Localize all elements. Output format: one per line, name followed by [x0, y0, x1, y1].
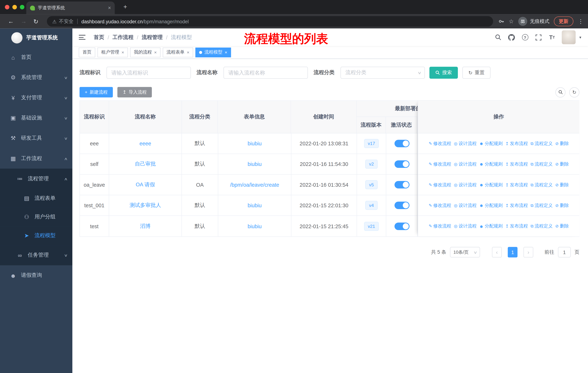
sidebar-item-process-form[interactable]: ▤ 流程表单 [0, 189, 72, 208]
action-delete-model[interactable]: ⊘删除 [555, 181, 569, 188]
breadcrumb-home[interactable]: 首页 [94, 34, 104, 40]
reset-button[interactable]: ↻ 重置 [462, 67, 491, 79]
model-name-link[interactable]: 测试多审批人 [130, 202, 161, 209]
new-tab-button[interactable]: + [121, 3, 130, 12]
tag-home[interactable]: 首页 [79, 47, 95, 57]
create-process-button[interactable]: + 新建流程 [79, 87, 113, 97]
tag-close-icon[interactable]: × [187, 50, 189, 55]
import-process-button[interactable]: ↥ 导入流程 [117, 87, 152, 97]
font-size-icon[interactable]: TT [548, 33, 556, 41]
action-process-definition[interactable]: ⧉流程定义 [531, 181, 553, 188]
action-deploy-model[interactable]: ↥发布流程 [505, 140, 528, 147]
sidebar-item-system[interactable]: ⚙ 系统管理 ∨ [0, 67, 72, 88]
toggle-search-button[interactable] [555, 87, 566, 97]
sidebar-item-task-management[interactable]: ∞ 任务管理 ∨ [0, 245, 72, 265]
help-icon[interactable]: ? [521, 33, 529, 41]
action-edit-model[interactable]: ✎修改流程 [429, 202, 451, 209]
page-size-select[interactable]: 10条/页 ∨ [450, 247, 480, 258]
action-design-model[interactable]: ◎设计流程 [454, 223, 477, 229]
refresh-table-button[interactable]: ↻ [569, 87, 579, 97]
tag-process-model[interactable]: 流程模型 × [195, 47, 231, 57]
goto-page-input[interactable] [558, 247, 571, 258]
search-icon[interactable] [494, 33, 502, 41]
sidebar-item-home[interactable]: ⌂ 首页 [0, 47, 72, 67]
prev-page-button[interactable]: ‹ [492, 247, 502, 258]
model-name-link[interactable]: OA 请假 [136, 181, 155, 188]
process-category-select[interactable]: 流程分类 ∨ [340, 67, 425, 79]
action-process-definition[interactable]: ⧉流程定义 [531, 202, 553, 209]
action-edit-model[interactable]: ✎修改流程 [429, 161, 451, 167]
process-key-input[interactable] [106, 67, 191, 79]
action-process-definition[interactable]: ⧉流程定义 [531, 161, 553, 167]
tag-my-process[interactable]: 我的流程 × [130, 47, 161, 57]
browser-tab[interactable]: 芋道管理系统 × [26, 1, 115, 14]
action-design-model[interactable]: ◎设计流程 [454, 181, 477, 188]
form-link[interactable]: biubiu [248, 141, 262, 147]
action-deploy-model[interactable]: ↥发布流程 [505, 161, 528, 167]
action-delete-model[interactable]: ⊘删除 [555, 202, 569, 209]
action-assign-rule[interactable]: ☻分配规则 [479, 223, 503, 229]
sidebar-item-workflow[interactable]: ▦ 工作流程 ∧ [0, 148, 72, 169]
action-delete-model[interactable]: ⊘删除 [555, 161, 569, 167]
action-edit-model[interactable]: ✎修改流程 [429, 223, 451, 229]
model-name-link[interactable]: eeee [139, 141, 151, 147]
form-link[interactable]: biubiu [248, 161, 262, 167]
action-delete-model[interactable]: ⊘删除 [555, 140, 569, 147]
password-key-icon[interactable] [498, 18, 504, 24]
action-assign-rule[interactable]: ☻分配规则 [479, 161, 503, 167]
action-design-model[interactable]: ◎设计流程 [454, 202, 477, 209]
window-close-button[interactable] [5, 5, 10, 10]
sidebar-item-user-group[interactable]: ⚇ 用户分组 [0, 208, 72, 226]
window-minimize-button[interactable] [12, 5, 17, 10]
action-deploy-model[interactable]: ↥发布流程 [505, 181, 528, 188]
hamburger-icon[interactable] [79, 35, 85, 40]
action-process-definition[interactable]: ⧉流程定义 [531, 223, 553, 229]
action-design-model[interactable]: ◎设计流程 [454, 161, 477, 167]
tag-close-icon[interactable]: × [225, 50, 227, 55]
active-toggle[interactable] [394, 161, 409, 168]
search-button[interactable]: 搜索 [430, 67, 458, 79]
active-toggle[interactable] [394, 140, 409, 147]
breadcrumb-workflow[interactable]: 工作流程 [113, 34, 133, 40]
model-name-link[interactable]: 自己审批 [135, 161, 156, 168]
app-logo[interactable]: 芋道管理系统 [0, 28, 72, 47]
action-delete-model[interactable]: ⊘删除 [555, 223, 569, 229]
tag-tenant[interactable]: 租户管理 × [97, 47, 128, 57]
form-link[interactable]: /bpm/oa/leave/create [230, 182, 279, 188]
action-process-definition[interactable]: ⧉流程定义 [531, 140, 553, 147]
bookmark-star-icon[interactable]: ☆ [509, 18, 514, 25]
tag-close-icon[interactable]: × [122, 50, 124, 55]
action-edit-model[interactable]: ✎修改流程 [429, 140, 451, 147]
action-assign-rule[interactable]: ☻分配规则 [479, 181, 503, 188]
tab-close-icon[interactable]: × [108, 5, 111, 11]
action-assign-rule[interactable]: ☻分配规则 [479, 202, 503, 209]
sidebar-item-process-model[interactable]: ➤ 流程模型 [0, 226, 72, 245]
sidebar-item-payment[interactable]: ¥ 支付管理 ∨ [0, 88, 72, 108]
active-toggle[interactable] [394, 181, 409, 189]
sidebar-item-process-management[interactable]: ≔ 流程管理 ∧ [0, 169, 72, 189]
forward-icon[interactable]: → [21, 18, 27, 25]
next-page-button[interactable]: › [524, 247, 533, 258]
action-deploy-model[interactable]: ↥发布流程 [505, 202, 528, 209]
sidebar-item-devtools[interactable]: ⚒ 研发工具 ∨ [0, 128, 72, 148]
action-deploy-model[interactable]: ↥发布流程 [505, 223, 528, 229]
form-link[interactable]: biubiu [248, 223, 262, 229]
window-zoom-button[interactable] [20, 5, 24, 10]
breadcrumb-process-management[interactable]: 流程管理 [142, 34, 163, 40]
reload-icon[interactable]: ↻ [33, 18, 38, 25]
fullscreen-icon[interactable] [535, 33, 542, 41]
model-name-link[interactable]: 滔博 [140, 223, 151, 230]
sidebar-item-leave-query[interactable]: ☻ 请假查询 [0, 265, 72, 286]
tag-process-form[interactable]: 流程表单 × [163, 47, 193, 57]
active-toggle[interactable] [394, 202, 409, 209]
action-assign-rule[interactable]: ☻分配规则 [479, 140, 503, 147]
action-edit-model[interactable]: ✎修改流程 [429, 181, 451, 188]
sidebar-item-infra[interactable]: ▣ 基础设施 ∨ [0, 108, 72, 128]
browser-update-button[interactable]: 更新 [554, 17, 573, 26]
action-design-model[interactable]: ◎设计流程 [454, 140, 477, 147]
github-icon[interactable] [508, 33, 515, 41]
back-icon[interactable]: ← [8, 18, 14, 25]
tag-close-icon[interactable]: × [154, 50, 157, 55]
address-bar[interactable]: ⚠ 不安全 dashboard.yudao.iocoder.cn/bpm/man… [47, 16, 493, 27]
process-name-input[interactable] [223, 67, 308, 79]
